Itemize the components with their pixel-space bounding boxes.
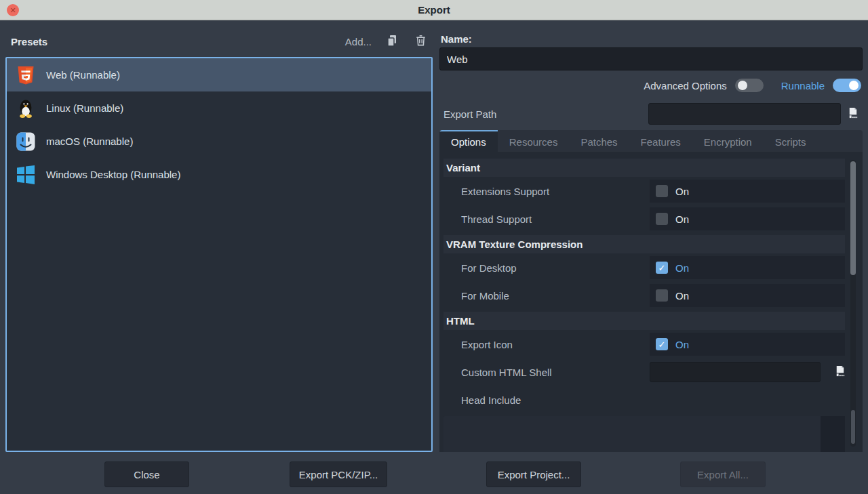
export-path-label: Export Path (439, 108, 648, 120)
footer-button-export-all[interactable]: Export All... (680, 461, 766, 487)
footer-button-export-project[interactable]: Export Project... (486, 461, 581, 487)
html5-icon (15, 64, 37, 86)
file-icon (846, 106, 859, 121)
preset-item-label: Windows Desktop (Runnable) (46, 169, 180, 180)
tab-features[interactable]: Features (629, 130, 692, 152)
property-label: Head Include (443, 388, 845, 411)
preset-item-label: macOS (Runnable) (46, 136, 133, 147)
property-label: For Mobile (443, 284, 650, 307)
on-label: On (675, 186, 689, 197)
preset-details-panel: Name: Advanced Options Runnable Export P… (439, 26, 863, 452)
for-desktop-checkbox[interactable]: ✓ (656, 262, 668, 274)
scrollbar-thumb-secondary[interactable] (851, 410, 855, 444)
delete-preset-button[interactable] (412, 33, 429, 49)
section-header-html: HTML (443, 312, 845, 330)
tab-resources[interactable]: Resources (498, 130, 570, 152)
scrollbar-thumb[interactable] (850, 161, 856, 275)
property-row-for-desktop: For Desktop✓On (443, 256, 845, 279)
on-label: On (675, 290, 689, 302)
windows-icon (15, 164, 37, 186)
property-value-cell: ✓On (650, 256, 845, 279)
property-row-custom-html-shell: Custom HTML Shell (443, 361, 845, 384)
linux-icon (15, 98, 37, 119)
export-path-input[interactable] (648, 103, 841, 125)
on-label: On (675, 213, 689, 225)
preset-list: Web (Runnable)Linux (Runnable)macOS (Run… (5, 57, 433, 452)
advanced-options-label: Advanced Options (644, 80, 727, 91)
trash-icon (414, 34, 427, 49)
presets-heading: Presets (11, 36, 333, 47)
property-label: Thread Support (443, 207, 650, 230)
footer-button-close[interactable]: Close (104, 461, 189, 487)
duplicate-preset-button[interactable] (384, 33, 400, 49)
runnable-toggle[interactable] (833, 79, 861, 92)
property-row-extensions-support: Extensions SupportOn (443, 180, 845, 203)
preset-item-linux-runnable[interactable]: Linux (Runnable) (7, 91, 431, 125)
window-title: Export (418, 4, 450, 16)
property-value-cell (650, 361, 850, 384)
property-value-cell: On (650, 207, 845, 230)
options-scrollbar[interactable] (850, 160, 856, 447)
property-row-head-include: Head Include (443, 388, 845, 411)
property-label: Custom HTML Shell (443, 361, 650, 384)
macos-icon (15, 131, 37, 152)
tab-scripts[interactable]: Scripts (764, 130, 818, 152)
name-label: Name: (439, 33, 472, 45)
head-include-textarea[interactable] (443, 416, 845, 452)
custom-html-shell-input[interactable] (650, 362, 821, 382)
extensions-support-checkbox[interactable] (656, 185, 668, 197)
file-icon (833, 365, 846, 379)
toggle-knob (849, 81, 859, 90)
footer-button-export-pck-zip[interactable]: Export PCK/ZIP... (290, 461, 387, 487)
presets-panel: Presets Add... Web (Runnable)Linux (Runn… (5, 26, 433, 452)
dialog-body: Presets Add... Web (Runnable)Linux (Runn… (0, 20, 868, 494)
property-label: For Desktop (443, 256, 650, 279)
custom-html-shell-browse-button[interactable] (829, 361, 850, 383)
export-path-browse-button[interactable] (842, 103, 863, 125)
section-header-vram-texture-compression: VRAM Texture Compression (443, 235, 845, 253)
options-panel: VariantExtensions SupportOnThread Suppor… (439, 152, 863, 452)
property-row-export-icon: Export Icon✓On (443, 333, 845, 356)
property-value-cell: On (650, 180, 845, 203)
preset-item-label: Web (Runnable) (46, 69, 120, 81)
thread-support-checkbox[interactable] (656, 213, 668, 225)
toggle-knob (738, 81, 747, 90)
preset-item-label: Linux (Runnable) (46, 102, 123, 114)
advanced-options-toggle[interactable] (735, 79, 764, 92)
on-label: On (675, 262, 689, 274)
property-label: Export Icon (443, 333, 650, 356)
property-label: Extensions Support (443, 180, 650, 203)
tab-patches[interactable]: Patches (569, 130, 629, 152)
titlebar: ✕ Export (0, 0, 868, 20)
dialog-footer: CloseExport PCK/ZIP...Export Project...E… (0, 452, 868, 494)
property-value-cell: On (650, 284, 845, 307)
copy-icon (385, 34, 399, 49)
tab-encryption[interactable]: Encryption (692, 130, 764, 152)
preset-item-macos-runnable[interactable]: macOS (Runnable) (7, 125, 431, 158)
section-header-variant: Variant (443, 159, 845, 177)
tab-options[interactable]: Options (439, 130, 498, 152)
on-label: On (675, 339, 689, 350)
export-icon-checkbox[interactable]: ✓ (656, 338, 668, 350)
for-mobile-checkbox[interactable] (656, 289, 668, 302)
add-preset-button[interactable]: Add... (345, 36, 372, 47)
tab-bar: OptionsResourcesPatchesFeaturesEncryptio… (439, 130, 863, 152)
property-value-cell: ✓On (650, 333, 845, 356)
preset-item-windows-desktop-runnable[interactable]: Windows Desktop (Runnable) (7, 158, 431, 191)
preset-item-web-runnable[interactable]: Web (Runnable) (7, 58, 431, 91)
runnable-label: Runnable (781, 80, 825, 91)
window-close-button[interactable]: ✕ (7, 4, 19, 16)
property-row-thread-support: Thread SupportOn (443, 207, 845, 230)
close-icon: ✕ (9, 7, 16, 14)
preset-name-input[interactable] (439, 47, 863, 70)
export-dialog: ✕ Export Presets Add... (0, 0, 868, 494)
property-row-for-mobile: For MobileOn (443, 284, 845, 307)
textarea-scroll-strip (821, 416, 845, 452)
